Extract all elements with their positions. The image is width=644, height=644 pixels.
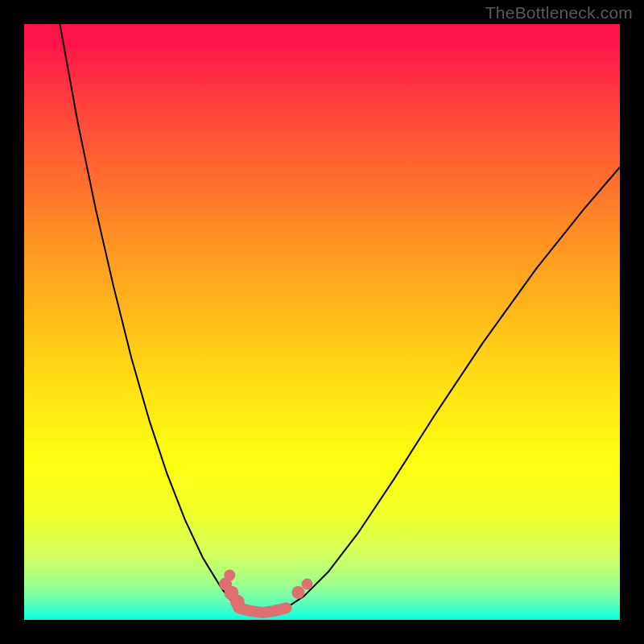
marker-left-cluster-4 [224,570,235,581]
marker-right-marker-2 [302,579,313,590]
marker-right-marker-1 [291,586,304,599]
chart-frame: TheBottleneck.com [0,0,644,644]
series-flat-valley [238,608,286,613]
watermark-text: TheBottleneck.com [485,3,633,23]
chart-svg [24,24,620,620]
marker-left-cluster-3 [230,595,245,609]
series-layer [60,24,620,613]
marker-layer [219,570,312,609]
series-right-branch [287,167,620,609]
series-left-branch [60,24,238,608]
plot-area [24,24,620,620]
